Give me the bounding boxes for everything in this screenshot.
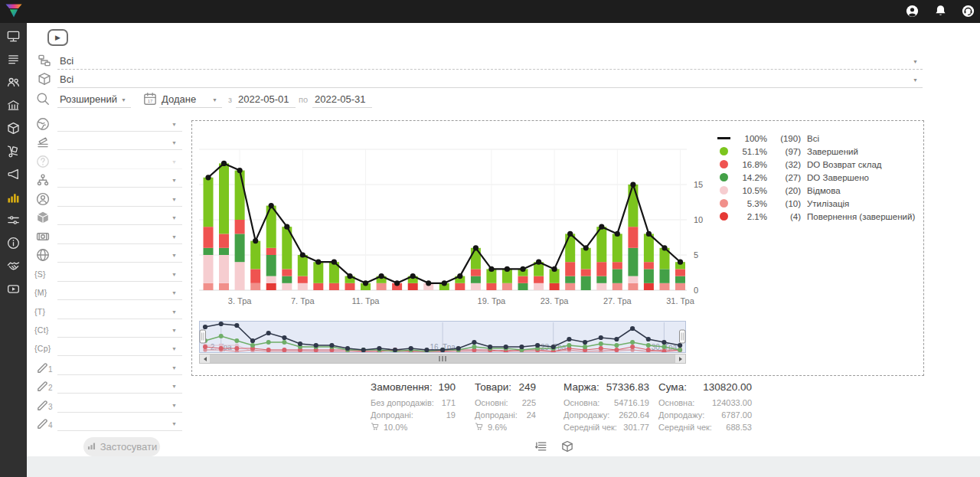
- legend-count: (32): [769, 160, 801, 169]
- chart-legend: 100%(190)Всі51.1%(97)Завершений16.8%(32)…: [717, 132, 915, 223]
- grip-icon: [439, 356, 446, 361]
- stat-row: Допродажу:2620.64: [564, 409, 649, 421]
- sidebar-item-video[interactable]: [0, 277, 27, 300]
- search-mode-value: Розширений: [60, 93, 117, 105]
- chevron-down-icon: ▼: [172, 309, 177, 315]
- note-2-select[interactable]: [57, 379, 182, 394]
- svg-text:19. Тра: 19. Тра: [478, 296, 507, 305]
- product-select[interactable]: Всі ▼: [57, 71, 923, 88]
- support-icon[interactable]: [961, 4, 975, 18]
- date-from-value: 2022-05-01: [238, 93, 289, 105]
- tag-ct-select[interactable]: [57, 323, 182, 338]
- date-to-value: 2022-05-31: [315, 93, 366, 105]
- scroll-thumb[interactable]: [210, 354, 675, 363]
- tag-cp-select[interactable]: [57, 341, 182, 356]
- legend-item[interactable]: 2.1%(4)Повернення (завершений): [717, 210, 915, 223]
- chart-range-navigator[interactable]: 2. Тра16. Тра23. Тра30. Тра: [199, 321, 686, 353]
- sidebar-item-logistics[interactable]: [0, 139, 27, 162]
- earth-select[interactable]: [57, 117, 182, 132]
- calendar-icon: 17: [142, 91, 158, 106]
- tag-s-select[interactable]: [57, 267, 182, 282]
- legend-count: (190): [769, 134, 801, 143]
- date-from-input[interactable]: 2022-05-01: [236, 91, 296, 108]
- svg-text:0: 0: [694, 286, 698, 295]
- legend-item[interactable]: 100%(190)Всі: [717, 132, 915, 145]
- stat-title: Замовлення:190: [371, 381, 456, 393]
- video-help-button[interactable]: ▶: [47, 29, 68, 46]
- sidebar-item-automation[interactable]: [0, 208, 27, 231]
- chevron-down-icon: ▼: [172, 122, 177, 127]
- svg-text:23. Тра: 23. Тра: [541, 296, 570, 305]
- chevron-down-icon: ▼: [913, 59, 918, 64]
- sidebar-item-info[interactable]: [0, 231, 27, 254]
- sitemap-select[interactable]: [57, 173, 182, 188]
- play-icon: ▶: [55, 34, 60, 41]
- navigator-right-handle[interactable]: [680, 330, 686, 343]
- sidebar-item-products[interactable]: [0, 116, 27, 139]
- legend-item[interactable]: 51.1%(97)Завершений: [717, 145, 915, 158]
- legend-percent: 5.3%: [735, 199, 767, 208]
- chart-scrollbar[interactable]: [199, 354, 686, 364]
- notifications-icon[interactable]: [933, 4, 948, 18]
- dot-swatch-icon: [720, 160, 728, 168]
- legend-label: Всі: [807, 134, 819, 143]
- legend-label: Утилізація: [807, 199, 849, 208]
- legend-label: DO Завершено: [807, 173, 869, 182]
- sidebar-item-partners[interactable]: [0, 254, 27, 277]
- sidebar-item-clients[interactable]: [0, 70, 27, 93]
- cube-select[interactable]: [57, 211, 182, 225]
- legend-percent: 2.1%: [735, 212, 767, 221]
- legend-item[interactable]: 5.3%(10)Утилізація: [717, 197, 915, 210]
- chevron-down-icon: ▼: [172, 290, 177, 296]
- payment-select[interactable]: [57, 230, 182, 244]
- dot-swatch-icon: [720, 173, 728, 181]
- funnel-select[interactable]: Всі ▼: [57, 53, 923, 70]
- scroll-right-button[interactable]: [675, 354, 685, 363]
- legend-item[interactable]: 10.5%(20)Відмова: [717, 184, 915, 197]
- sidebar-item-store[interactable]: [0, 93, 27, 116]
- date-to-input[interactable]: 2022-05-31: [312, 91, 372, 108]
- sidebar-item-desktop[interactable]: [0, 25, 27, 47]
- stat-column: Замовлення:190Без допродажів:171Допродан…: [371, 381, 456, 432]
- orders-list-toggle[interactable]: [534, 439, 548, 453]
- legend-item[interactable]: 16.8%(32)DO Возврат склад: [717, 158, 915, 171]
- tag-m-select[interactable]: [57, 286, 182, 300]
- web-select[interactable]: [57, 248, 182, 263]
- apply-button[interactable]: Застосувати: [83, 437, 160, 456]
- svg-text:15: 15: [694, 180, 703, 189]
- layers-select[interactable]: [57, 136, 182, 150]
- funnel-tree-icon: [37, 53, 52, 68]
- chevron-down-icon: ▼: [913, 77, 918, 83]
- operator-select[interactable]: [57, 192, 182, 207]
- stat-title: Сума:130820.00: [658, 381, 752, 393]
- products-toggle[interactable]: [560, 439, 574, 453]
- chevron-down-icon: ▼: [172, 365, 177, 371]
- tag-t-select[interactable]: [57, 305, 182, 319]
- tag-s-icon: {S}: [34, 270, 50, 285]
- question-select[interactable]: [57, 155, 182, 169]
- sidebar-item-marketing[interactable]: [0, 162, 27, 185]
- stat-row: Допродажу:6787.00: [658, 409, 752, 421]
- legend-percent: 100%: [735, 134, 767, 143]
- note-3-select[interactable]: [57, 398, 182, 413]
- note-1-select[interactable]: [57, 361, 182, 375]
- sidebar: [0, 23, 27, 477]
- search-mode-select[interactable]: Розширений ▼: [57, 91, 131, 108]
- date-field-select[interactable]: Додане ▼: [159, 91, 222, 108]
- sidebar-item-orders[interactable]: [0, 47, 27, 70]
- note-4-select[interactable]: [57, 417, 182, 431]
- navigator-left-handle[interactable]: [200, 330, 206, 343]
- app-logo-icon[interactable]: [4, 2, 24, 21]
- search-icon: [35, 91, 51, 106]
- legend-label: Відмова: [807, 186, 841, 195]
- filter-row-earth: ▼: [34, 116, 184, 134]
- sidebar-item-statistics[interactable]: [0, 185, 27, 208]
- filter-row-note-2: 2▼: [34, 377, 184, 396]
- legend-item[interactable]: 14.2%(27)DO Завершено: [717, 171, 915, 184]
- account-icon[interactable]: [905, 4, 920, 18]
- chevron-down-icon: ▼: [172, 159, 177, 165]
- scroll-left-button[interactable]: [200, 354, 211, 363]
- filter-row-tag-ct: {Ct}▼: [34, 322, 184, 340]
- chevron-down-icon: ▼: [172, 403, 177, 408]
- chevron-down-icon: ▼: [172, 421, 177, 426]
